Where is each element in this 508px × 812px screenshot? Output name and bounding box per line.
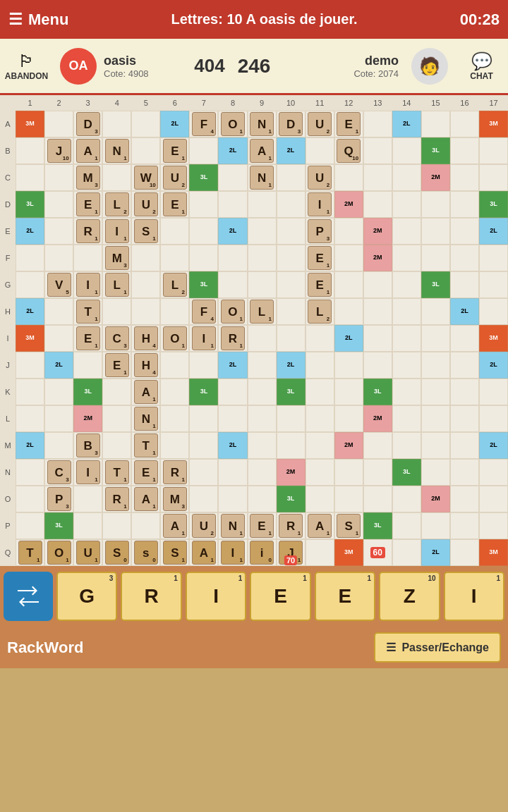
cell-J13[interactable] [363, 352, 392, 379]
cell-G13[interactable] [363, 271, 392, 298]
cell-N1[interactable] [16, 459, 44, 486]
cell-F16[interactable] [450, 245, 479, 271]
cell-F11[interactable]: E1 [306, 245, 334, 271]
cell-C3[interactable]: M3 [73, 164, 102, 191]
cell-G12[interactable] [334, 271, 363, 298]
cell-A14[interactable]: 2L [392, 111, 421, 137]
cell-A4[interactable] [102, 111, 131, 137]
cell-Q6[interactable]: S1 [160, 539, 189, 566]
cell-G7[interactable]: 3L [189, 271, 218, 298]
cell-G3[interactable]: I1 [73, 271, 102, 298]
cell-N8[interactable] [218, 459, 247, 486]
cell-K9[interactable] [248, 379, 277, 405]
cell-Q10[interactable]: J1 70 [277, 539, 306, 566]
cell-J3[interactable] [73, 352, 102, 379]
rackword-button[interactable]: RackWord [7, 639, 83, 657]
cell-O3[interactable] [73, 486, 102, 512]
cell-B16[interactable] [450, 137, 479, 164]
cell-H4[interactable] [102, 298, 131, 325]
cell-K6[interactable] [160, 379, 189, 405]
cell-E14[interactable] [392, 218, 421, 245]
cell-K12[interactable] [334, 379, 363, 405]
cell-A11[interactable]: U2 [306, 111, 334, 137]
cell-N11[interactable] [306, 459, 334, 486]
cell-M7[interactable] [189, 432, 218, 459]
cell-H16[interactable]: 2L [450, 298, 479, 325]
cell-K10[interactable]: 3L [277, 379, 306, 405]
cell-E6[interactable] [160, 218, 189, 245]
cell-D7[interactable] [189, 191, 218, 218]
cell-D3[interactable]: E1 [73, 191, 102, 218]
cell-P12[interactable]: S1 [334, 512, 363, 539]
cell-K7[interactable]: 3L [189, 379, 218, 405]
cell-G16[interactable] [450, 271, 479, 298]
cell-L12[interactable] [334, 405, 363, 432]
cell-B9[interactable]: A1 [248, 137, 277, 164]
cell-I5[interactable]: H4 [131, 325, 160, 352]
cell-B17[interactable] [479, 137, 508, 164]
cell-M13[interactable] [363, 432, 392, 459]
cell-M9[interactable] [248, 432, 277, 459]
cell-L7[interactable] [189, 405, 218, 432]
cell-B15[interactable]: 3L [421, 137, 450, 164]
cell-A12[interactable]: E1 [334, 111, 363, 137]
cell-I10[interactable] [277, 325, 306, 352]
cell-N15[interactable] [421, 459, 450, 486]
cell-B11[interactable] [306, 137, 334, 164]
cell-E1[interactable]: 2L [16, 218, 44, 245]
cell-I3[interactable]: E1 [73, 325, 102, 352]
cell-I6[interactable]: O1 [160, 325, 189, 352]
cell-J6[interactable] [160, 352, 189, 379]
cell-N4[interactable]: T1 [102, 459, 131, 486]
cell-B4[interactable]: N1 [102, 137, 131, 164]
cell-M6[interactable] [160, 432, 189, 459]
cell-P3[interactable] [73, 512, 102, 539]
cell-P2[interactable]: 3L [44, 512, 73, 539]
cell-D14[interactable] [392, 191, 421, 218]
cell-E15[interactable] [421, 218, 450, 245]
cell-O7[interactable] [189, 486, 218, 512]
cell-I2[interactable] [44, 325, 73, 352]
cell-F6[interactable] [160, 245, 189, 271]
cell-C17[interactable] [479, 164, 508, 191]
cell-A15[interactable] [421, 111, 450, 137]
rack-tile-E1[interactable]: 1 E [250, 572, 310, 621]
cell-D4[interactable]: L2 [102, 191, 131, 218]
cell-H12[interactable] [334, 298, 363, 325]
rack-tile-I2[interactable]: 1 I [444, 572, 504, 621]
cell-C14[interactable] [392, 164, 421, 191]
cell-A7[interactable]: F4 [189, 111, 218, 137]
cell-N13[interactable] [363, 459, 392, 486]
cell-D13[interactable] [363, 191, 392, 218]
cell-E17[interactable]: 2L [479, 218, 508, 245]
cell-O12[interactable] [334, 486, 363, 512]
cell-D10[interactable] [277, 191, 306, 218]
cell-P9[interactable]: E1 [248, 512, 277, 539]
cell-E10[interactable] [277, 218, 306, 245]
cell-K3[interactable]: 3L [73, 379, 102, 405]
cell-A8[interactable]: O1 [218, 111, 247, 137]
cell-F12[interactable] [334, 245, 363, 271]
cell-O10[interactable]: 3L [277, 486, 306, 512]
cell-I9[interactable] [248, 325, 277, 352]
cell-C9[interactable]: N1 [248, 164, 277, 191]
cell-N9[interactable] [248, 459, 277, 486]
cell-B12[interactable]: Q10 [334, 137, 363, 164]
cell-A16[interactable] [450, 111, 479, 137]
cell-F3[interactable] [73, 245, 102, 271]
cell-M14[interactable] [392, 432, 421, 459]
cell-I15[interactable] [421, 325, 450, 352]
cell-H11[interactable]: L2 [306, 298, 334, 325]
cell-Q12[interactable]: 3M [334, 539, 363, 566]
cell-L8[interactable] [218, 405, 247, 432]
cell-I4[interactable]: C3 [102, 325, 131, 352]
cell-C16[interactable] [450, 164, 479, 191]
rack-tile-I[interactable]: 1 I [186, 572, 246, 621]
cell-J17[interactable]: 2L [479, 352, 508, 379]
rack-tile-E2[interactable]: 1 E [315, 572, 375, 621]
cell-E2[interactable] [44, 218, 73, 245]
cell-J11[interactable] [306, 352, 334, 379]
cell-I12[interactable]: 2L [334, 325, 363, 352]
cell-Q1[interactable]: T1 [16, 539, 44, 566]
cell-H5[interactable] [131, 298, 160, 325]
